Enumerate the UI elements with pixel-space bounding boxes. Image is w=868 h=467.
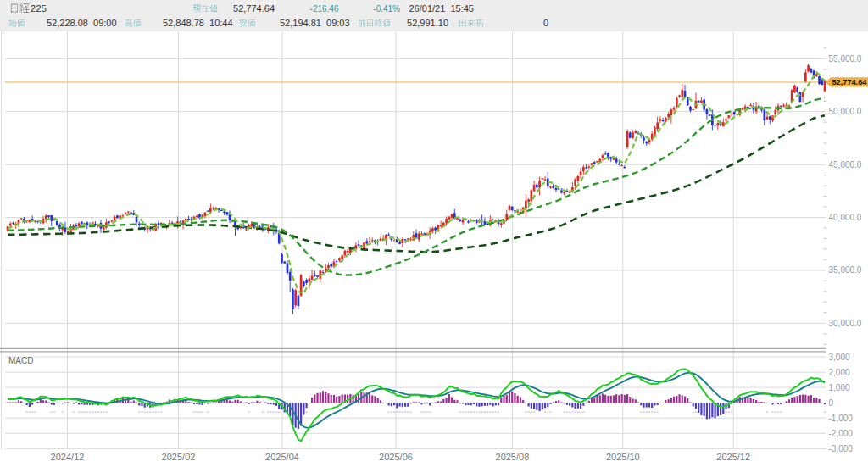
svg-text:45,000.0: 45,000.0 (829, 160, 862, 170)
svg-text:2024/12: 2024/12 (51, 452, 85, 462)
svg-text:0: 0 (543, 18, 548, 28)
svg-text:2025/08: 2025/08 (496, 452, 530, 462)
svg-text:-1,000: -1,000 (829, 414, 854, 423)
svg-text:52,774.64: 52,774.64 (233, 3, 275, 14)
svg-text:2025/04: 2025/04 (265, 452, 299, 462)
svg-text:MACD: MACD (8, 356, 33, 365)
svg-text:55,000.0: 55,000.0 (829, 54, 862, 64)
svg-text:52,848.78 10:44: 52,848.78 10:44 (163, 18, 233, 28)
svg-text:1,000: 1,000 (829, 383, 850, 392)
svg-text:40,000.0: 40,000.0 (829, 213, 862, 222)
svg-text:52,991.10: 52,991.10 (407, 18, 448, 28)
svg-text:30,000.0: 30,000.0 (829, 319, 862, 328)
svg-text:2,000: 2,000 (829, 368, 850, 377)
svg-text:35,000.0: 35,000.0 (829, 265, 862, 275)
svg-text:52,774.64: 52,774.64 (832, 78, 868, 86)
svg-text:2025/02: 2025/02 (162, 452, 196, 462)
svg-text:-0.41%: -0.41% (373, 4, 400, 14)
svg-text:2025/10: 2025/10 (606, 452, 640, 462)
svg-text:0: 0 (829, 398, 834, 408)
svg-text:26/01/21 15:45: 26/01/21 15:45 (409, 3, 474, 14)
svg-text:-216.46: -216.46 (310, 4, 339, 14)
svg-text:-3,000: -3,000 (829, 444, 854, 453)
svg-text:52,194.81 09:03: 52,194.81 09:03 (280, 18, 350, 28)
svg-text:225: 225 (31, 3, 47, 14)
svg-text:3,000: 3,000 (829, 353, 850, 362)
svg-text:50,000.0: 50,000.0 (829, 107, 862, 116)
svg-text:52,228.08 09:00: 52,228.08 09:00 (47, 18, 117, 28)
svg-text:2025/12: 2025/12 (716, 452, 750, 462)
svg-text:-2,000: -2,000 (829, 429, 854, 438)
svg-text:2025/06: 2025/06 (379, 452, 413, 462)
